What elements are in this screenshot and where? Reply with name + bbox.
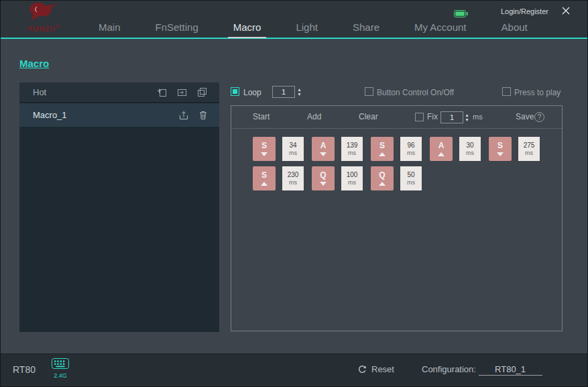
macro-event: A30ms	[430, 137, 481, 161]
loop-checkbox[interactable]	[231, 87, 239, 96]
delay-box[interactable]: 230ms	[282, 166, 304, 190]
delay-unit: ms	[466, 150, 474, 156]
macro-list-panel: Hot Macro_1	[19, 82, 219, 332]
key-event-down[interactable]: S	[253, 137, 276, 161]
delay-box[interactable]: 50ms	[400, 166, 422, 190]
clear-button[interactable]: Clear	[359, 106, 378, 128]
key-down-arrow-icon	[497, 152, 504, 156]
delay-value: 30	[466, 142, 473, 149]
nav-item-main[interactable]: Main	[93, 21, 126, 38]
help-icon[interactable]: ?	[534, 112, 544, 122]
key-event-up[interactable]: S	[371, 137, 394, 161]
delay-value: 139	[347, 142, 358, 149]
new-macro-icon[interactable]	[157, 88, 167, 97]
delete-macro-icon[interactable]	[199, 111, 207, 120]
loop-increment-button[interactable]: ▲	[297, 88, 302, 92]
macro-editor-panel: Start Add Clear Fix 1 ▲ ▼ ms Save ? S34m…	[231, 105, 563, 331]
delay-unit: ms	[348, 180, 356, 186]
loop-controls: Loop 1 ▲ ▼ Button Control On/Off Press t…	[231, 86, 573, 99]
device-name: RT80	[13, 364, 36, 375]
key-down-arrow-icon	[320, 182, 327, 186]
fix-delay-spinner: ▲ ▼	[465, 111, 469, 123]
keyboard-icon	[52, 358, 69, 369]
copy-macro-icon[interactable]	[197, 88, 207, 97]
add-button[interactable]: Add	[307, 106, 321, 128]
delay-box[interactable]: 96ms	[400, 137, 422, 161]
macro-list-item[interactable]: Macro_1	[19, 103, 219, 127]
configuration-value[interactable]: RT80_1	[479, 364, 542, 376]
delay-unit: ms	[525, 150, 533, 156]
press-to-play-label: Press to play	[514, 88, 561, 97]
loop-decrement-button[interactable]: ▼	[297, 93, 302, 97]
delay-value: 230	[288, 172, 299, 178]
nav-item-share[interactable]: Share	[347, 21, 385, 38]
nav-item-fnsetting[interactable]: FnSetting	[150, 21, 204, 38]
loop-count-spinner: ▲ ▼	[297, 86, 302, 98]
nav-item-macro[interactable]: Macro	[228, 21, 267, 38]
button-control-label: Button Control On/Off	[377, 88, 454, 97]
nav-item-light[interactable]: Light	[290, 21, 323, 38]
delay-value: 96	[407, 142, 414, 149]
event-grid: S34msA139msS96msA30msS275msS230msQ100msQ…	[231, 129, 562, 190]
button-control-checkbox[interactable]	[365, 87, 373, 96]
delay-unit: ms	[348, 150, 356, 156]
key-up-arrow-icon	[261, 182, 268, 186]
key-event-down[interactable]: A	[312, 137, 335, 161]
delay-box[interactable]: 34ms	[282, 137, 304, 161]
share-macro-icon[interactable]	[179, 111, 188, 120]
delay-box[interactable]: 100ms	[341, 166, 363, 190]
nav-item-about[interactable]: About	[496, 21, 533, 38]
reset-button[interactable]: Reset	[358, 364, 394, 374]
app-window: YUNZII® MainFnSettingMacroLightShareMy A…	[0, 0, 588, 387]
delay-unit: ms	[407, 180, 415, 186]
macro-event: S275ms	[489, 137, 540, 161]
key-up-arrow-icon	[438, 152, 445, 156]
macro-event: S96ms	[371, 137, 422, 161]
registered-mark: ®	[55, 24, 58, 29]
delay-box[interactable]: 30ms	[459, 137, 481, 161]
delay-value: 100	[347, 172, 358, 178]
configuration-label: Configuration:	[422, 364, 476, 374]
fix-increment-button[interactable]: ▲	[465, 113, 469, 117]
key-label: A	[320, 142, 327, 150]
key-event-up[interactable]: A	[430, 137, 453, 161]
nav-item-my-account[interactable]: My Account	[409, 21, 472, 38]
fix-delay-input[interactable]: 1	[440, 111, 463, 123]
delay-unit: ms	[407, 150, 415, 156]
login-register-link[interactable]: Login/Register	[501, 7, 548, 15]
macro-name: Macro_1	[33, 110, 168, 120]
fix-label: Fix	[427, 106, 438, 128]
key-event-up[interactable]: Q	[371, 166, 394, 190]
footer: RT80 2.4G Reset Configuration	[1, 353, 587, 386]
key-event-down[interactable]: Q	[312, 166, 335, 190]
fix-decrement-button[interactable]: ▼	[465, 118, 469, 122]
key-down-arrow-icon	[320, 152, 327, 156]
delay-value: 275	[524, 142, 535, 149]
brand-name: YUNZII®	[18, 23, 68, 33]
close-button[interactable]	[562, 7, 570, 15]
brand-logo: YUNZII®	[18, 1, 68, 33]
delay-box[interactable]: 275ms	[518, 137, 540, 161]
macro-event: Q100ms	[312, 166, 363, 190]
press-to-play-checkbox[interactable]	[502, 87, 511, 96]
fix-checkbox[interactable]	[415, 113, 424, 121]
delay-box[interactable]: 139ms	[341, 137, 363, 161]
delay-unit: ms	[289, 180, 297, 186]
reset-label: Reset	[371, 364, 394, 374]
loop-count-input[interactable]: 1	[272, 86, 295, 98]
key-event-up[interactable]: S	[253, 166, 276, 190]
yunzii-logo-icon	[26, 1, 60, 23]
key-label: S	[261, 142, 267, 150]
delay-unit: ms	[289, 150, 297, 156]
key-label: S	[261, 172, 267, 179]
save-button[interactable]: Save	[516, 106, 534, 128]
import-macro-icon[interactable]	[177, 88, 187, 97]
macro-event: S230ms	[253, 166, 304, 190]
key-label: Q	[320, 172, 326, 179]
connection-indicator[interactable]: 2.4G	[49, 358, 72, 379]
macro-event: S34ms	[253, 137, 304, 161]
key-event-down[interactable]: S	[489, 137, 512, 161]
page-title: Macro	[19, 58, 49, 69]
configuration: Configuration: RT80_1	[422, 364, 542, 376]
start-button[interactable]: Start	[253, 106, 270, 128]
